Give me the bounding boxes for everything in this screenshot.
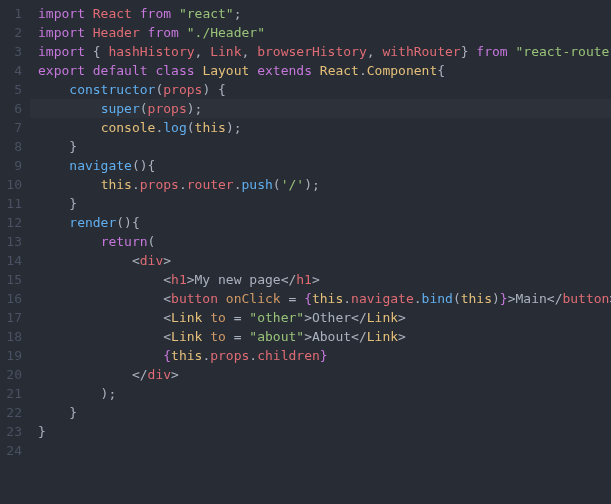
code-line: } — [30, 137, 611, 156]
line-number: 20 — [4, 365, 22, 384]
line-number: 10 — [4, 175, 22, 194]
code-line: import React from "react"; — [30, 4, 611, 23]
code-line: } — [30, 422, 611, 441]
line-number: 5 — [4, 80, 22, 99]
code-area[interactable]: import React from "react";import Header … — [30, 0, 611, 504]
line-number: 6 — [4, 99, 22, 118]
line-number: 21 — [4, 384, 22, 403]
code-line: import Header from "./Header" — [30, 23, 611, 42]
line-number: 8 — [4, 137, 22, 156]
code-line: super(props); — [30, 99, 611, 118]
gutter: 123456789101112131415161718192021222324 — [0, 0, 30, 504]
line-number: 2 — [4, 23, 22, 42]
line-number: 4 — [4, 61, 22, 80]
line-number: 23 — [4, 422, 22, 441]
code-line: navigate(){ — [30, 156, 611, 175]
line-number: 24 — [4, 441, 22, 460]
code-line: {this.props.children} — [30, 346, 611, 365]
code-line: this.props.router.push('/'); — [30, 175, 611, 194]
code-editor: 123456789101112131415161718192021222324 … — [0, 0, 611, 504]
line-number: 18 — [4, 327, 22, 346]
code-line: render(){ — [30, 213, 611, 232]
code-line: <Link to = "about">About</Link> — [30, 327, 611, 346]
code-line: console.log(this); — [30, 118, 611, 137]
code-line: <h1>My new page</h1> — [30, 270, 611, 289]
code-line: return( — [30, 232, 611, 251]
line-number: 13 — [4, 232, 22, 251]
code-line: ); — [30, 384, 611, 403]
line-number: 3 — [4, 42, 22, 61]
line-number: 17 — [4, 308, 22, 327]
code-line: } — [30, 194, 611, 213]
code-line: import { hashHistory, Link, browserHisto… — [30, 42, 611, 61]
line-number: 9 — [4, 156, 22, 175]
code-line: </div> — [30, 365, 611, 384]
line-number: 11 — [4, 194, 22, 213]
code-line: export default class Layout extends Reac… — [30, 61, 611, 80]
code-line: <Link to = "other">Other</Link> — [30, 308, 611, 327]
code-line: <button onClick = {this.navigate.bind(th… — [30, 289, 611, 308]
code-line — [30, 441, 611, 460]
line-number: 15 — [4, 270, 22, 289]
code-line: <div> — [30, 251, 611, 270]
line-number: 1 — [4, 4, 22, 23]
line-number: 22 — [4, 403, 22, 422]
line-number: 7 — [4, 118, 22, 137]
line-number: 14 — [4, 251, 22, 270]
line-number: 12 — [4, 213, 22, 232]
line-number: 19 — [4, 346, 22, 365]
line-number: 16 — [4, 289, 22, 308]
code-line: } — [30, 403, 611, 422]
code-line: constructor(props) { — [30, 80, 611, 99]
